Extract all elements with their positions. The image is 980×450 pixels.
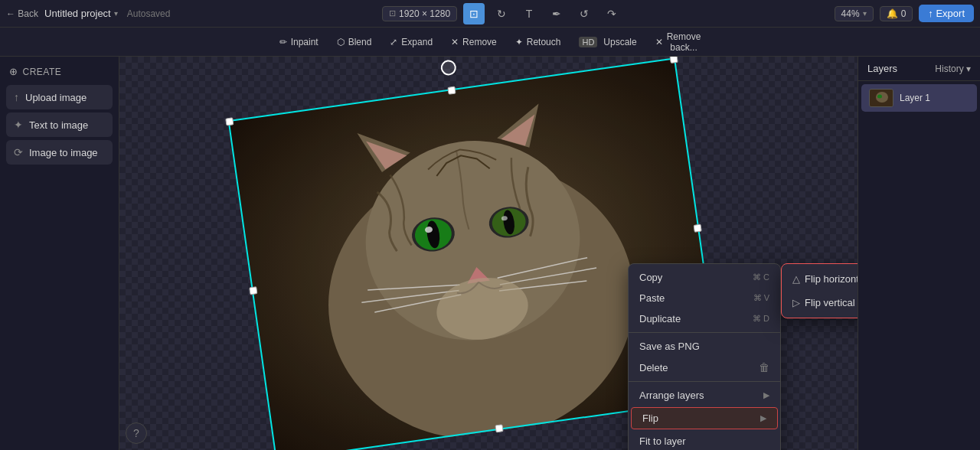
autosaved-label: Autosaved [127,8,171,19]
redo-btn[interactable]: ↷ [601,3,622,24]
topbar: ← Back Untitled project ▾ Autosaved ⊡ 19… [0,0,980,28]
context-menu: Copy ⌘ C Paste ⌘ V Duplicate ⌘ D Save as… [628,263,781,450]
arrange-layers-item[interactable]: Arrange layers ▶ [629,385,780,406]
ctx-separator-2 [629,381,780,382]
paste-item[interactable]: Paste ⌘ V [629,288,780,308]
layers-header: Layers History ▾ [858,57,980,81]
upload-icon: ↑ [14,91,19,103]
text-to-image-btn[interactable]: ✦ Text to image [6,112,113,137]
rotate-tool-btn[interactable]: ↻ [491,3,512,24]
image-to-image-btn[interactable]: ⟳ Image to image [6,140,113,165]
remove-btn[interactable]: ✕ Remove [443,34,505,51]
undo-btn[interactable]: ↺ [573,3,595,24]
topbar-right: 44% ▾ 🔔 0 ↑ Export [835,5,974,22]
upload-image-btn[interactable]: ↑ Upload image [6,85,113,109]
upscale-btn[interactable]: HDUpscale [571,34,644,51]
svg-point-27 [877,95,882,99]
ctx-separator-1 [629,332,780,333]
delete-item[interactable]: Delete 🗑 [629,357,780,378]
fit-to-layer-item[interactable]: Fit to layer [629,431,780,450]
blend-btn[interactable]: ⬡ Blend [329,34,380,51]
export-button[interactable]: ↑ Export [919,5,974,22]
image-image-icon: ⟳ [14,146,23,158]
flip-h-icon: △ [792,273,800,285]
project-name[interactable]: Untitled project ▾ [44,8,118,19]
text-tool-btn[interactable]: T [518,3,540,24]
right-sidebar: Layers History ▾ Layer 1 [858,57,980,450]
inpaint-btn[interactable]: ✏ Inpaint [272,34,326,51]
help-button[interactable]: ? [126,422,147,444]
expand-btn[interactable]: ⤢ Expand [382,34,440,51]
retouch-btn[interactable]: ✦ Retouch [508,34,569,51]
resolution-badge: ⊡ 1920 × 1280 [382,6,457,21]
layer-thumbnail [869,89,893,107]
copy-item[interactable]: Copy ⌘ C [629,267,780,288]
flip-vertical-item[interactable]: ▷ Flip vertical ⇧ V [782,291,858,315]
text-image-icon: ✦ [14,119,23,131]
topbar-center: ⊡ 1920 × 1280 ⊡ ↻ T ✒ ↺ ↷ [176,3,828,24]
history-button[interactable]: History ▾ [935,64,971,74]
secondary-toolbar: ✏ Inpaint ⬡ Blend ⤢ Expand ✕ Remove ✦ Re… [0,28,980,57]
remove-bg-btn[interactable]: ✕ Remove back... [648,28,709,56]
create-header: ⊕ Create [6,63,113,82]
flip-v-icon: ▷ [792,297,800,308]
save-png-item[interactable]: Save as PNG [629,336,780,357]
zoom-badge[interactable]: 44% ▾ [835,6,874,21]
layer-item[interactable]: Layer 1 [861,84,977,112]
back-button[interactable]: ← Back [6,8,38,19]
duplicate-item[interactable]: Duplicate ⌘ D [629,308,780,329]
main-area: ⊕ Create ↑ Upload image ✦ Text to image … [0,57,980,450]
notifications-badge[interactable]: 🔔 0 [880,6,913,21]
canvas-area[interactable]: Copy ⌘ C Paste ⌘ V Duplicate ⌘ D Save as… [119,57,858,450]
flip-item[interactable]: Flip ▶ [631,407,778,429]
pen-tool-btn[interactable]: ✒ [546,3,567,24]
layers-title: Layers [867,63,897,74]
left-sidebar: ⊕ Create ↑ Upload image ✦ Text to image … [0,57,119,450]
flip-horizontal-item[interactable]: △ Flip horizontal ⇧ H [782,267,858,291]
topbar-left: ← Back Untitled project ▾ Autosaved [6,8,170,19]
layer-name: Layer 1 [900,93,930,103]
frame-tool-btn[interactable]: ⊡ [463,3,485,24]
flip-submenu: △ Flip horizontal ⇧ H ▷ Flip vertical ⇧ … [781,263,858,318]
